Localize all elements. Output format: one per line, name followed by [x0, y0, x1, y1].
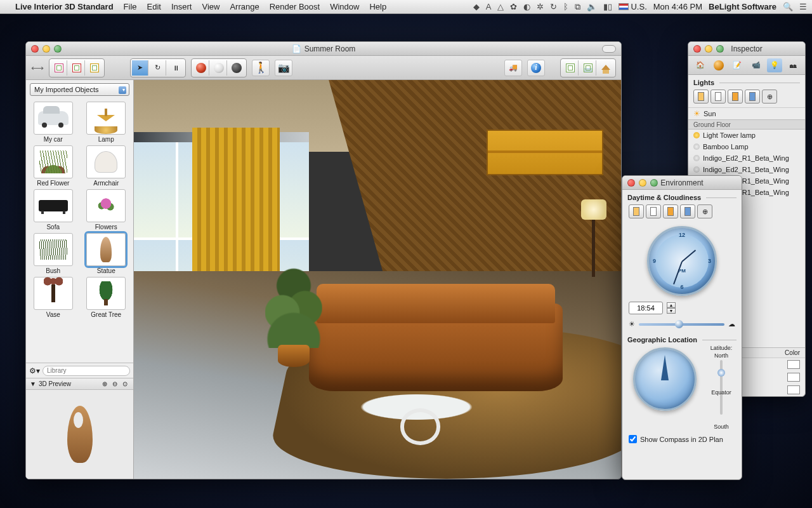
zoom-button[interactable]	[650, 179, 658, 187]
library-item[interactable]: Great Tree	[82, 277, 131, 318]
menuextra-icon[interactable]: ◆	[473, 2, 480, 11]
input-source[interactable]: U.S.	[619, 2, 646, 11]
tool-select[interactable]: ➤	[132, 60, 148, 76]
library-item[interactable]: Lamp	[82, 102, 131, 143]
library-search-input[interactable]	[43, 366, 130, 376]
menuextra-icon[interactable]: ✿	[510, 2, 517, 11]
nav-back[interactable]: ⟷	[31, 63, 44, 73]
library-actions-menu[interactable]: ⚙▾	[29, 366, 40, 375]
color-swatch[interactable]	[787, 385, 800, 394]
disclosure-triangle[interactable]: ▼	[30, 380, 36, 387]
menu-view[interactable]: View	[202, 2, 219, 11]
show-compass-checkbox[interactable]: Show Compass in 2D Plan	[622, 430, 742, 448]
minimize-button[interactable]	[43, 45, 50, 53]
time-clock[interactable]: 12 6 3 9 PM	[647, 226, 717, 296]
wifi-icon[interactable]: ⧉	[575, 2, 580, 12]
bluetooth-icon[interactable]: ᛒ	[563, 2, 568, 11]
menuextra-icon[interactable]: ✲	[537, 2, 544, 11]
light-preset[interactable]	[745, 90, 760, 104]
light-row[interactable]: Light Tower lamp	[688, 130, 805, 141]
zoom-reset-icon[interactable]: ⊙	[121, 380, 129, 387]
zoom-button[interactable]	[54, 45, 62, 53]
view-3d[interactable]	[598, 60, 614, 76]
inspector-tab-object[interactable]: 🏠	[693, 58, 708, 72]
viewport-3d[interactable]	[134, 80, 621, 479]
walkthrough-button[interactable]: 🚶	[252, 60, 270, 76]
daytime-preset[interactable]	[629, 204, 644, 218]
light-preset-add[interactable]: ⊕	[762, 90, 777, 104]
app-menu[interactable]: Live Interior 3D Standard	[15, 2, 114, 11]
light-row[interactable]: Indigo_Ed2_R1_Beta_Wing	[688, 152, 805, 164]
menuextra-icon[interactable]: ↻	[550, 2, 557, 11]
tool-rotate[interactable]: ↻	[150, 60, 166, 76]
cloudiness-slider[interactable]	[639, 323, 724, 326]
close-button[interactable]	[627, 179, 635, 187]
library-item[interactable]: Statue	[82, 233, 131, 274]
light-preset[interactable]	[710, 90, 726, 104]
inspector-button[interactable]: i	[527, 60, 545, 76]
library-item[interactable]: Red Flower	[29, 145, 78, 187]
notification-center-icon[interactable]: ☰	[799, 2, 807, 11]
menu-insert[interactable]: Insert	[171, 2, 192, 11]
preview-3d[interactable]	[26, 390, 133, 479]
color-swatch[interactable]	[787, 360, 800, 369]
view-2d[interactable]	[562, 60, 579, 76]
light-preset[interactable]	[728, 90, 743, 104]
menuextra-icon[interactable]: ◐	[523, 2, 530, 11]
tool-pan[interactable]: ⏸	[167, 60, 184, 76]
menuextra-icon[interactable]: A	[486, 2, 492, 11]
light-preset[interactable]	[693, 90, 709, 104]
battery-icon[interactable]: ▮▯	[603, 2, 612, 11]
menu-renderboost[interactable]: Render Boost	[270, 2, 320, 11]
zoom-out-icon[interactable]: ⊖	[110, 380, 119, 387]
library-item[interactable]: Vase	[29, 277, 78, 318]
light-row[interactable]: Bamboo Lamp	[688, 141, 805, 152]
menu-window[interactable]: Window	[330, 2, 359, 11]
menuextra-icon[interactable]: △	[497, 2, 504, 11]
menubar-clock[interactable]: Mon 4:46 PM	[653, 2, 702, 11]
menu-help[interactable]: Help	[369, 2, 386, 11]
inspector-tab-lights[interactable]: 💡	[767, 58, 782, 72]
spotlight-icon[interactable]: 🔍	[783, 2, 793, 11]
menu-edit[interactable]: Edit	[147, 2, 161, 11]
render-red[interactable]	[193, 60, 209, 76]
daytime-preset[interactable]	[646, 204, 661, 218]
view-split[interactable]	[580, 60, 596, 76]
inspector-tab-material[interactable]	[711, 58, 726, 72]
volume-icon[interactable]: 🔈	[587, 2, 597, 11]
minimize-button[interactable]	[705, 45, 712, 53]
inspector-tab-camera[interactable]: 📹	[749, 58, 764, 72]
library-mode-button[interactable]	[86, 60, 103, 76]
library-mode-button[interactable]	[51, 60, 67, 76]
library-item[interactable]: Bush	[29, 233, 78, 274]
toolbar-truck[interactable]: 🚚	[504, 60, 522, 76]
daytime-preset[interactable]	[663, 204, 678, 218]
library-item[interactable]: Flowers	[82, 189, 131, 231]
light-row[interactable]: Indigo_Ed2_R1_Beta_Wing	[688, 164, 805, 175]
daytime-preset[interactable]	[680, 204, 695, 218]
library-category-dropdown[interactable]: My Imported Objects▾	[30, 83, 129, 96]
library-item[interactable]: Sofa	[29, 189, 78, 231]
close-button[interactable]	[31, 45, 39, 53]
menu-file[interactable]: File	[124, 2, 137, 11]
library-mode-button[interactable]	[69, 60, 85, 76]
zoom-button[interactable]	[716, 45, 724, 53]
color-swatch[interactable]	[787, 373, 800, 382]
inspector-tab-text[interactable]: 📝	[730, 58, 745, 72]
daytime-preset-add[interactable]: ⊕	[697, 204, 712, 218]
toolbar-toggle[interactable]	[602, 45, 616, 53]
zoom-in-icon[interactable]: ⊕	[100, 380, 109, 387]
inspector-tab-building[interactable]: 🏘	[785, 58, 801, 72]
close-button[interactable]	[693, 45, 701, 53]
library-item[interactable]: Armchair	[82, 145, 131, 187]
time-stepper[interactable]: ▲▼	[667, 302, 676, 314]
snapshot-button[interactable]: 📷	[275, 60, 292, 76]
menu-arrange[interactable]: Arrange	[230, 2, 259, 11]
minimize-button[interactable]	[639, 179, 646, 187]
titlebar[interactable]: 📄Summer Room	[26, 42, 621, 56]
time-input[interactable]	[629, 302, 663, 314]
light-name[interactable]: Sun	[704, 110, 716, 117]
latitude-slider[interactable]	[720, 360, 723, 415]
compass[interactable]	[633, 347, 697, 411]
render-light[interactable]	[211, 60, 227, 76]
